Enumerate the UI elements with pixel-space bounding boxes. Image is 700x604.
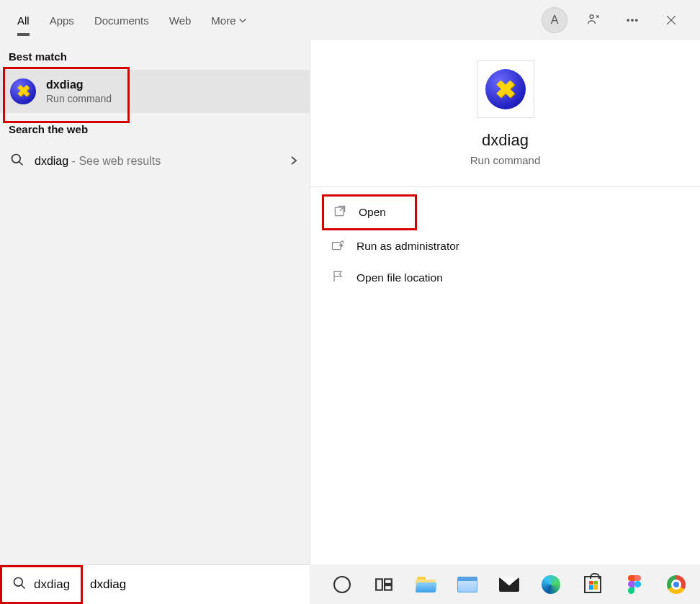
detail-subtitle: Run command [310, 154, 700, 166]
tab-apps-label: Apps [50, 14, 74, 27]
search-box[interactable]: dxdiag [0, 564, 310, 604]
close-icon[interactable] [658, 7, 684, 33]
taskbar-chrome-icon[interactable] [665, 574, 687, 595]
web-result-suffix: - See web results [68, 155, 161, 167]
web-result-term: dxdiag [35, 155, 68, 167]
result-title: dxdiag [46, 78, 112, 91]
detail-app-icon: ✖ [477, 60, 534, 118]
user-avatar[interactable]: A [542, 7, 567, 33]
tab-more-label: More [211, 14, 235, 27]
search-web-label: Search the web [0, 113, 310, 143]
main-content: Best match ✖ dxdiag Run command Search t… [0, 40, 700, 564]
dxdiag-icon: ✖ [10, 78, 36, 104]
svg-point-7 [14, 578, 23, 587]
taskbar-edge-icon[interactable] [540, 574, 562, 595]
result-subtitle: Run command [46, 93, 112, 104]
search-query-text: dxdiag [34, 577, 70, 592]
svg-point-0 [590, 15, 593, 19]
folder-location-icon [331, 269, 345, 287]
svg-point-4 [12, 155, 21, 163]
tab-documents[interactable]: Documents [84, 0, 159, 40]
chevron-right-icon [290, 155, 298, 168]
open-icon [333, 204, 347, 221]
results-list: Best match ✖ dxdiag Run command Search t… [0, 40, 310, 564]
bottom-bar: dxdiag [0, 564, 700, 604]
result-text: dxdiag Run command [46, 78, 112, 104]
svg-point-2 [632, 19, 634, 22]
action-open-location[interactable]: Open file location [322, 262, 688, 294]
taskbar [310, 564, 700, 604]
search-input[interactable] [90, 577, 310, 592]
tab-all[interactable]: All [7, 0, 40, 40]
tab-apps[interactable]: Apps [40, 0, 84, 40]
tab-web-label: Web [169, 14, 192, 27]
web-result-text: dxdiag - See web results [35, 155, 161, 168]
feedback-icon[interactable] [580, 7, 606, 33]
user-initial: A [551, 14, 559, 27]
more-options-icon[interactable] [619, 7, 645, 33]
top-right-controls: A [542, 7, 684, 33]
tab-more[interactable]: More [201, 0, 256, 40]
annotation-highlight-search: dxdiag [0, 565, 83, 604]
windows-search-panel: All Apps Documents Web More A Bes [0, 0, 700, 604]
search-icon [12, 576, 27, 593]
svg-point-1 [627, 19, 629, 22]
best-match-result-wrap: ✖ dxdiag Run command [0, 70, 310, 113]
svg-rect-9 [385, 579, 392, 584]
detail-title: dxdiag [310, 131, 700, 150]
taskbar-taskview-icon[interactable] [373, 574, 395, 595]
taskbar-mail-icon[interactable] [498, 574, 520, 595]
chevron-down-icon [239, 14, 246, 27]
svg-rect-10 [385, 585, 392, 590]
action-open-location-label: Open file location [356, 271, 443, 284]
result-dxdiag[interactable]: ✖ dxdiag Run command [0, 70, 310, 113]
tab-documents-label: Documents [94, 14, 149, 27]
action-run-admin[interactable]: Run as administrator [322, 230, 688, 262]
action-open[interactable]: Open [322, 194, 417, 230]
svg-point-3 [636, 19, 638, 22]
taskbar-store-icon[interactable] [582, 574, 603, 595]
tab-all-label: All [17, 14, 30, 27]
svg-rect-8 [376, 579, 382, 590]
search-filter-tabs: All Apps Documents Web More A [0, 0, 700, 40]
taskbar-figma-icon[interactable] [624, 574, 645, 595]
web-result-item[interactable]: dxdiag - See web results [0, 143, 310, 180]
search-icon [10, 153, 24, 170]
tab-web[interactable]: Web [159, 0, 202, 40]
taskbar-cortana-icon[interactable] [331, 574, 353, 595]
divider [310, 186, 700, 187]
best-match-label: Best match [0, 40, 310, 70]
result-detail-pane: ✖ dxdiag Run command Open Run as adminis… [310, 40, 700, 564]
action-open-label: Open [359, 206, 386, 219]
svg-rect-6 [333, 243, 341, 250]
taskbar-settings-icon[interactable] [457, 574, 478, 595]
dxdiag-icon: ✖ [485, 69, 526, 109]
action-run-admin-label: Run as administrator [356, 240, 459, 253]
detail-actions: Open Run as administrator Open file loca… [310, 194, 700, 294]
taskbar-explorer-icon[interactable] [415, 574, 436, 595]
admin-shield-icon [331, 238, 345, 255]
